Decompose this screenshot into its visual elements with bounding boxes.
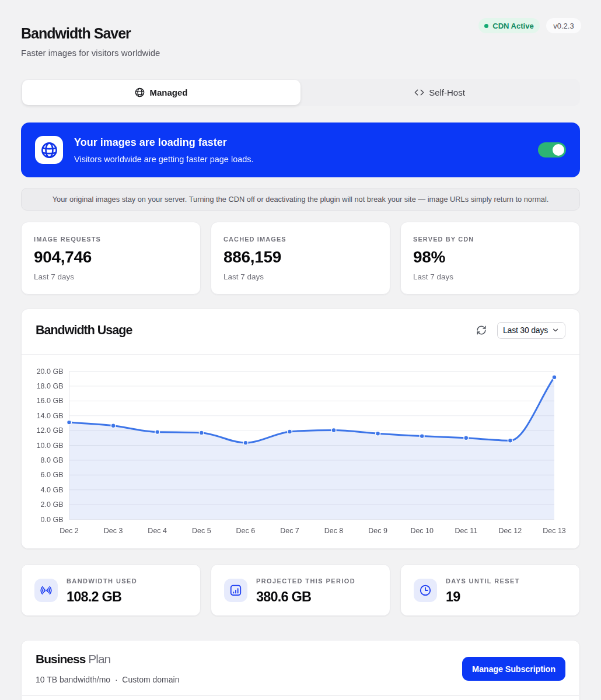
svg-text:Dec 4: Dec 4 — [148, 527, 167, 535]
svg-text:4.0 GB: 4.0 GB — [41, 486, 64, 494]
svg-text:10.0 GB: 10.0 GB — [37, 442, 64, 450]
svg-text:Dec 6: Dec 6 — [236, 527, 256, 535]
svg-text:14.0 GB: 14.0 GB — [37, 412, 64, 420]
svg-text:18.0 GB: 18.0 GB — [37, 382, 64, 390]
svg-text:0.0 GB: 0.0 GB — [41, 516, 64, 524]
svg-text:Dec 7: Dec 7 — [280, 527, 299, 535]
svg-text:2.0 GB: 2.0 GB — [41, 501, 64, 509]
svg-text:20.0 GB: 20.0 GB — [37, 368, 64, 376]
svg-text:Dec 8: Dec 8 — [324, 527, 344, 535]
svg-text:Dec 12: Dec 12 — [499, 527, 522, 535]
svg-text:Dec 3: Dec 3 — [104, 527, 123, 535]
svg-text:Dec 2: Dec 2 — [60, 527, 79, 535]
svg-text:Dec 10: Dec 10 — [410, 527, 434, 535]
svg-text:Dec 13: Dec 13 — [543, 527, 566, 535]
svg-text:Dec 5: Dec 5 — [192, 527, 211, 535]
svg-text:16.0 GB: 16.0 GB — [37, 397, 64, 405]
svg-text:12.0 GB: 12.0 GB — [37, 426, 64, 435]
svg-text:6.0 GB: 6.0 GB — [41, 471, 64, 479]
svg-text:Dec 11: Dec 11 — [455, 527, 477, 535]
svg-text:Dec 9: Dec 9 — [368, 527, 387, 535]
svg-text:8.0 GB: 8.0 GB — [41, 456, 64, 464]
